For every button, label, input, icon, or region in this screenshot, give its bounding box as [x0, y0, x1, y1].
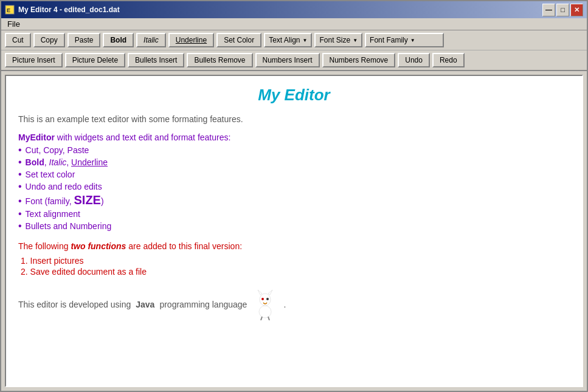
list-item: • Cut, Copy, Paste	[18, 145, 570, 156]
footer-bold: Java	[136, 300, 154, 309]
red-intro: The following	[18, 241, 71, 251]
bold-button[interactable]: Bold	[103, 33, 134, 47]
bullet-text: Undo and redo edits	[26, 182, 102, 191]
svg-point-6	[261, 298, 264, 300]
menu-file[interactable]: File	[4, 18, 24, 30]
paste-button[interactable]: Paste	[67, 33, 101, 47]
features-heading-bold: MyEditor	[18, 132, 55, 142]
svg-point-7	[266, 298, 269, 300]
italic-button[interactable]: Italic	[136, 33, 166, 47]
list-item: • Undo and redo edits	[18, 181, 570, 192]
red-outro: are added to this final version:	[126, 241, 242, 251]
menu-bar: File	[1, 18, 587, 30]
copy-button[interactable]: Copy	[33, 33, 65, 47]
bullet-icon: •	[18, 196, 22, 207]
underline-button[interactable]: Underline	[168, 33, 214, 47]
text-align-arrow: ▼	[303, 38, 308, 43]
svg-marker-5	[268, 290, 272, 295]
font-family-arrow: ▼	[410, 38, 415, 43]
footer-area: This editor is developed using Java prog…	[18, 289, 570, 320]
footer-period: .	[283, 300, 286, 309]
list-item: • Font (family, SIZE)	[18, 193, 570, 207]
numbered-item-1: 1. Insert pictures	[21, 256, 570, 266]
svg-marker-4	[258, 290, 262, 295]
list-item: • Text alignment	[18, 208, 570, 219]
numbered-item-2: 2. Save edited document as a file	[21, 267, 570, 277]
numbers-remove-button[interactable]: Numbers Remove	[322, 53, 396, 67]
bold-word: Bold	[26, 157, 44, 167]
maximize-button[interactable]: □	[556, 4, 569, 16]
main-window: E My Editor 4 - edited_doc1.dat — □ ✕ Fi…	[0, 0, 588, 392]
bullet-text: Cut, Copy, Paste	[26, 145, 89, 155]
toolbar-row-1: Cut Copy Paste Bold Italic Underline Set…	[1, 30, 587, 50]
font-family-dropdown[interactable]: Font Family ▼	[365, 33, 444, 47]
list-item: • Bullets and Numbering	[18, 221, 570, 232]
bullets-insert-button[interactable]: Bullets Insert	[128, 53, 184, 67]
bullet-text: Bullets and Numbering	[26, 221, 112, 231]
bullet-icon: •	[18, 181, 22, 192]
title-bar-left: E My Editor 4 - edited_doc1.dat	[5, 5, 120, 15]
bullet-text: Text alignment	[26, 209, 80, 219]
text-align-dropdown[interactable]: Text Align ▼	[264, 33, 312, 47]
redo-button[interactable]: Redo	[432, 53, 465, 67]
list-item: • Set text color	[18, 169, 570, 180]
bullet-text: Set text color	[26, 170, 75, 179]
picture-insert-button[interactable]: Picture Insert	[5, 53, 63, 67]
app-icon: E	[5, 5, 15, 15]
font-size-label: Font Size	[319, 36, 350, 44]
close-button[interactable]: ✕	[570, 4, 583, 16]
svg-line-8	[261, 317, 262, 320]
red-italic: two functions	[71, 241, 126, 251]
font-size-dropdown[interactable]: Font Size ▼	[314, 33, 362, 47]
italic-word: Italic	[49, 157, 67, 167]
size-large: SIZE	[74, 193, 100, 207]
window-title: My Editor 4 - edited_doc1.dat	[18, 5, 120, 14]
text-align-label: Text Align	[269, 36, 300, 44]
svg-text:E: E	[7, 7, 10, 13]
editor-features: MyEditor with widgets and text edit and …	[18, 132, 570, 232]
bullet-text: Font (family, SIZE)	[26, 193, 104, 207]
list-item: • Bold, Italic, Underline	[18, 157, 570, 168]
editor-intro: This is an example text editor with some…	[18, 114, 570, 124]
editor-area[interactable]: My Editor This is an example text editor…	[5, 75, 583, 387]
minimize-button[interactable]: —	[542, 4, 555, 16]
underline-word: Underline	[71, 157, 108, 167]
footer-post: programming language	[159, 300, 247, 309]
bullet-icon: •	[18, 221, 22, 232]
features-heading: MyEditor with widgets and text edit and …	[18, 132, 570, 142]
editor-title: My Editor	[18, 86, 570, 105]
java-mascot-icon	[252, 289, 278, 320]
bullet-icon: •	[18, 145, 22, 156]
footer-pre: This editor is developed using	[18, 300, 131, 309]
bullet-icon: •	[18, 169, 22, 180]
font-size-arrow: ▼	[353, 38, 358, 43]
cut-button[interactable]: Cut	[5, 33, 31, 47]
toolbar-row-2: Picture Insert Picture Delete Bullets In…	[1, 50, 587, 71]
numbers-insert-button[interactable]: Numbers Insert	[255, 53, 320, 67]
bullet-icon: •	[18, 157, 22, 168]
title-bar: E My Editor 4 - edited_doc1.dat — □ ✕	[1, 1, 587, 18]
undo-button[interactable]: Undo	[398, 53, 430, 67]
title-controls: — □ ✕	[542, 4, 583, 16]
bullet-text: Bold, Italic, Underline	[26, 157, 108, 167]
bullet-icon: •	[18, 208, 22, 219]
svg-point-2	[259, 306, 271, 318]
features-heading-rest: with widgets and text edit and format fe…	[55, 132, 231, 142]
font-family-label: Font Family	[370, 36, 408, 44]
set-color-button[interactable]: Set Color	[216, 33, 261, 47]
red-section: The following two functions are added to…	[18, 241, 570, 251]
svg-line-9	[268, 317, 269, 320]
bullets-remove-button[interactable]: Bullets Remove	[187, 53, 252, 67]
picture-delete-button[interactable]: Picture Delete	[65, 53, 125, 67]
